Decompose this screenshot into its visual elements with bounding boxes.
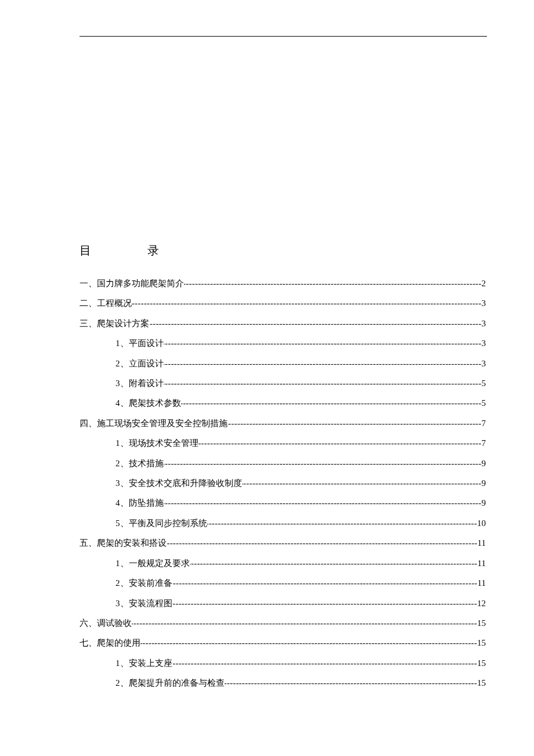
header-rule: [80, 36, 487, 37]
table-of-contents: 一、国力牌多功能爬架简介----------------------------…: [80, 273, 484, 693]
toc-row: 三、爬架设计方案--------------------------------…: [80, 314, 486, 333]
toc-page: 15: [477, 673, 486, 693]
toc-leader: ----------------------------------------…: [184, 273, 482, 293]
toc-label: 四、施工现场安全管理及安全控制措施: [80, 413, 228, 433]
toc-label: 五、爬架的安装和搭设: [80, 533, 167, 553]
toc-row: 一、国力牌多功能爬架简介----------------------------…: [80, 273, 486, 293]
toc-leader: ----------------------------------------…: [164, 333, 482, 353]
toc-leader: ----------------------------------------…: [181, 393, 482, 413]
toc-leader: ----------------------------------------…: [172, 573, 478, 593]
toc-leader: ----------------------------------------…: [149, 314, 482, 333]
toc-page: 3: [482, 314, 486, 333]
toc-label: 4、爬架技术参数: [80, 393, 181, 413]
toc-page: 15: [477, 653, 486, 673]
toc-page: 7: [482, 433, 486, 453]
toc-label: 1、现场技术安全管理: [80, 433, 199, 453]
toc-row: 六、调试验收----------------------------------…: [80, 613, 486, 633]
toc-page: 5: [482, 373, 486, 393]
toc-row: 4、爬架技术参数--------------------------------…: [80, 393, 486, 413]
toc-label: 七、爬架的使用: [80, 633, 140, 653]
toc-leader: ----------------------------------------…: [164, 373, 482, 393]
toc-label: 一、国力牌多功能爬架简介: [80, 273, 184, 293]
toc-row: 2、技术措施----------------------------------…: [80, 453, 486, 473]
toc-page: 3: [482, 333, 486, 353]
toc-leader: ----------------------------------------…: [164, 453, 482, 473]
toc-row: 3、附着设计----------------------------------…: [80, 373, 486, 393]
toc-page: 9: [482, 453, 486, 473]
toc-leader: ----------------------------------------…: [242, 473, 482, 493]
toc-label: 1、一般规定及要求: [80, 553, 190, 573]
toc-label: 2、立面设计: [80, 354, 164, 373]
toc-label: 5、平衡及同步控制系统: [80, 513, 207, 533]
toc-leader: ----------------------------------------…: [132, 613, 477, 633]
toc-row: 2、爬架提升前的准备与检查---------------------------…: [80, 673, 486, 693]
toc-label: 3、安装流程图: [80, 593, 172, 613]
toc-page: 11: [478, 533, 486, 553]
toc-leader: ----------------------------------------…: [172, 593, 478, 613]
toc-label: 1、安装上支座: [80, 653, 172, 673]
toc-row: 1、安装上支座---------------------------------…: [80, 653, 486, 673]
toc-page: 9: [482, 473, 486, 493]
toc-page: 5: [482, 393, 486, 413]
toc-row: 1、一般规定及要求-------------------------------…: [80, 553, 486, 573]
toc-page: 2: [482, 273, 486, 293]
toc-row: 五、爬架的安装和搭设------------------------------…: [80, 533, 486, 553]
toc-leader: ----------------------------------------…: [190, 553, 478, 573]
toc-page: 3: [482, 354, 486, 373]
toc-row: 七、爬架的使用---------------------------------…: [80, 633, 486, 653]
toc-row: 5、平衡及同步控制系统-----------------------------…: [80, 513, 486, 533]
toc-leader: ----------------------------------------…: [199, 433, 482, 453]
toc-leader: ----------------------------------------…: [207, 513, 478, 533]
toc-label: 3、附着设计: [80, 373, 164, 393]
toc-leader: ----------------------------------------…: [164, 354, 482, 373]
toc-leader: ----------------------------------------…: [140, 633, 477, 653]
toc-leader: ----------------------------------------…: [132, 293, 482, 313]
toc-row: 1、现场技术安全管理------------------------------…: [80, 433, 486, 453]
toc-page: 10: [477, 513, 486, 533]
toc-page: 7: [482, 413, 486, 433]
toc-label: 3、安全技术交底和升降验收制度: [80, 473, 242, 493]
toc-row: 1、平面设计----------------------------------…: [80, 333, 486, 353]
toc-label: 2、安装前准备: [80, 573, 172, 593]
toc-page: 15: [477, 633, 486, 653]
toc-row: 4、防坠措施----------------------------------…: [80, 493, 486, 513]
toc-label: 二、工程概况: [80, 293, 132, 313]
toc-page: 11: [478, 553, 486, 573]
toc-row: 3、安装流程图---------------------------------…: [80, 593, 486, 613]
toc-leader: ----------------------------------------…: [225, 673, 478, 693]
toc-label: 1、平面设计: [80, 333, 164, 353]
toc-page: 11: [478, 573, 486, 593]
toc-page: 3: [482, 293, 486, 313]
toc-row: 3、安全技术交底和升降验收制度-------------------------…: [80, 473, 486, 493]
toc-label: 4、防坠措施: [80, 493, 164, 513]
title-char-2: 录: [147, 242, 159, 258]
toc-page: 15: [477, 613, 486, 633]
toc-label: 六、调试验收: [80, 613, 132, 633]
toc-title: 目 录: [80, 242, 484, 258]
toc-label: 2、爬架提升前的准备与检查: [80, 673, 225, 693]
toc-page: 9: [482, 493, 486, 513]
document-page: 目 录 一、国力牌多功能爬架简介------------------------…: [0, 0, 534, 756]
toc-label: 2、技术措施: [80, 453, 164, 473]
title-char-1: 目: [80, 242, 91, 258]
toc-row: 2、立面设计----------------------------------…: [80, 354, 486, 373]
toc-row: 四、施工现场安全管理及安全控制措施-----------------------…: [80, 413, 486, 433]
toc-row: 二、工程概况----------------------------------…: [80, 293, 486, 313]
toc-leader: ----------------------------------------…: [172, 653, 478, 673]
toc-leader: ----------------------------------------…: [167, 533, 478, 553]
toc-leader: ----------------------------------------…: [228, 413, 482, 433]
toc-label: 三、爬架设计方案: [80, 314, 149, 333]
toc-leader: ----------------------------------------…: [164, 493, 482, 513]
toc-page: 12: [477, 593, 486, 613]
toc-row: 2、安装前准备---------------------------------…: [80, 573, 486, 593]
